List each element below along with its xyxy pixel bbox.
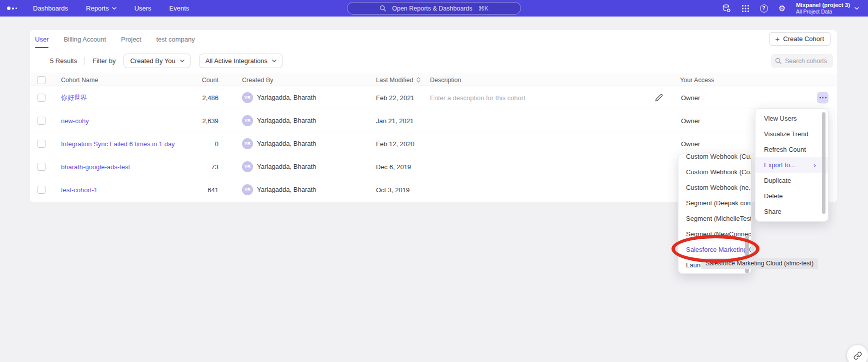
menu-item-visualize-trend[interactable]: Visualize Trend [756,126,828,142]
integrations-filter[interactable]: All Active Integrations [199,54,283,68]
access-cell: Owner [681,117,700,124]
submenu-item-segment-newconnec[interactable]: Segment (NewConnec... [678,226,751,242]
created-by-cell: YB Yarlagadda, Bharath [242,161,316,172]
copy-link-button[interactable] [847,345,868,362]
apps-grid-icon[interactable] [742,5,750,13]
submenu-item-custom-webhook-ne[interactable]: Custom Webhook (ne... [678,180,751,195]
submenu-arrow-icon: › [814,161,816,169]
menu-item-label: Refresh Count [764,146,806,153]
menu-item-view-users[interactable]: View Users [756,111,828,126]
submenu-item-label: Salesforce Marketing C... [686,246,752,253]
project-switcher[interactable]: Mixpanel (project 3) All Project Data [796,2,859,16]
edit-description-pencil-icon[interactable] [655,94,663,102]
menu-scrollbar[interactable] [822,112,826,214]
created-by-cell: YB Yarlagadda, Bharath [242,138,316,149]
row-checkbox[interactable] [38,163,46,171]
menu-item-export-to[interactable]: Export to... › [756,157,828,173]
created-by-filter[interactable]: Created By You [124,54,190,68]
cohort-name-link[interactable]: new-cohy [61,117,89,124]
tab-test-company[interactable]: test company [156,30,194,48]
menu-item-refresh-count[interactable]: Refresh Count [756,142,828,157]
tab-project[interactable]: Project [121,30,141,48]
search-cohorts-input[interactable]: Search cohorts [771,54,833,68]
nav-item-events[interactable]: Events [170,5,190,12]
cohort-name-link[interactable]: bharath-google-ads-test [61,163,130,170]
nav-item-label: Events [170,5,190,12]
menu-item-label: Export to... [764,161,796,169]
nav-item-label: Dashboards [33,5,68,12]
submenu-item-custom-webhook-cu[interactable]: Custom Webhook (Cu... [678,154,751,164]
last-modified-cell: Feb 22, 2021 [376,94,414,101]
filter-bar: 5 Results Filter by Created By You All A… [30,48,837,74]
avatar: YB [242,161,253,172]
tab-label: Project [121,36,141,43]
menu-item-duplicate[interactable]: Duplicate [756,173,828,188]
nav-item-reports[interactable]: Reports [86,5,116,12]
submenu-item-segment-deepak[interactable]: Segment (Deepak con... [678,195,751,211]
project-name: Mixpanel (project 3) [796,2,850,9]
menu-item-label: Duplicate [764,177,791,184]
sort-icon[interactable] [416,77,420,83]
menu-item-delete[interactable]: Delete [756,188,828,204]
submenu-item-label: Segment (MichelleTest) [686,215,752,222]
row-checkbox[interactable] [38,140,46,148]
settings-gear-icon[interactable]: ⚙ [778,5,786,13]
row-checkbox[interactable] [38,117,46,125]
cohort-count: 0 [175,140,218,147]
filter-by-label: Filter by [92,57,116,65]
row-actions-menu-button[interactable] [817,92,828,103]
tab-billing-account[interactable]: Billing Account [64,30,106,48]
cohort-name-link[interactable]: Integration Sync Failed 6 times in 1 day [61,140,175,147]
chevron-down-icon [180,60,184,63]
table-row: new-cohy 2,639 YB Yarlagadda, Bharath Ja… [30,109,837,132]
submenu-item-label: Custom Webhook (Cu... [686,154,752,160]
created-by-cell: YB Yarlagadda, Bharath [242,92,316,103]
cohort-name-link[interactable]: 你好世界 [61,93,87,102]
tab-label: User [35,36,48,43]
creator-name: Yarlagadda, Bharath [257,163,316,170]
global-search-bar[interactable]: Open Reports & Dashboards ⌘K [347,2,521,15]
create-cohort-button[interactable]: + Create Cohort [769,32,830,46]
submenu-item-segment-michelletest[interactable]: Segment (MichelleTest) [678,211,751,226]
header-count: Count [175,77,218,84]
integrations-filter-label: All Active Integrations [206,57,268,65]
nav-item-label: Users [134,5,152,12]
menu-item-share[interactable]: Share [756,204,828,219]
nav-item-dashboards[interactable]: Dashboards [33,5,68,12]
menu-item-label: Share [764,208,782,215]
select-all-checkbox[interactable] [38,76,46,84]
creator-name: Yarlagadda, Bharath [257,186,316,193]
header-last-modified[interactable]: Last Modified [376,77,420,84]
data-management-icon[interactable] [722,4,731,13]
menu-item-label: Visualize Trend [764,130,808,138]
row-checkbox[interactable] [38,94,46,102]
cohort-tabs: User Billing Account Project test compan… [30,30,837,48]
tab-user[interactable]: User [35,30,48,48]
chevron-down-icon [272,60,276,63]
creator-name: Yarlagadda, Bharath [257,94,316,101]
create-cohort-label: Create Cohort [783,35,824,43]
help-glyph: ? [762,6,766,11]
mixpanel-logo-icon[interactable] [7,7,17,10]
nav-item-users[interactable]: Users [134,5,152,12]
submenu-item-custom-webhook-co[interactable]: Custom Webhook (Co... [678,164,751,180]
chevron-down-icon [854,7,859,10]
access-cell: Owner [681,140,700,147]
cohort-name-link[interactable]: test-cohort-1 [61,186,98,193]
submenu-item-label: Segment (Deepak con... [686,199,752,207]
row-actions-context-menu: View Users Visualize Trend Refresh Count… [755,108,828,222]
row-checkbox[interactable] [38,186,46,194]
keyboard-shortcut: ⌘K [478,5,488,12]
created-by-cell: YB Yarlagadda, Bharath [242,184,316,195]
last-modified-cell: Feb 12, 2020 [376,140,414,147]
submenu-item-salesforce-marketing-cloud[interactable]: Salesforce Marketing C... [678,242,751,257]
submenu-item-label: Segment (NewConnec... [686,230,752,238]
tab-label: Billing Account [64,36,106,43]
description-placeholder[interactable]: Enter a description for this cohort [430,94,526,101]
main-nav: Dashboards Reports Users Events [33,5,189,12]
header-created-by: Created By [242,77,274,84]
table-header: Cohort Name Count Created By Last Modifi… [30,74,837,86]
results-count: 5 Results [50,57,77,65]
help-icon[interactable]: ? [760,5,768,13]
menu-item-label: Delete [764,192,783,200]
